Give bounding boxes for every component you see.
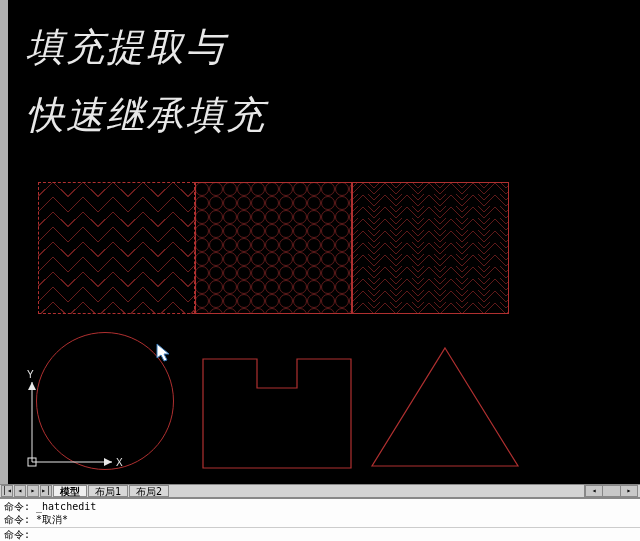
command-log-line: 命令: *取消* [4,513,636,526]
hatch-sample-2[interactable] [195,182,352,314]
canvas-text-line2: 快速继承填充 [26,90,266,141]
ucs-x-label: X [116,457,123,468]
tab-layout2[interactable]: 布局2 [129,485,169,497]
command-log: 命令: _hatchedit 命令: *取消* [0,498,640,527]
drawing-canvas[interactable]: 填充提取与 快速继承填充 [0,0,640,484]
tab-nav-first[interactable]: |◂ [1,485,13,497]
tab-hscroll-left[interactable]: ◂ [585,486,602,496]
ucs-y-label: Y [27,370,34,380]
shape-triangle[interactable] [370,346,520,470]
svg-marker-5 [104,458,112,466]
command-input[interactable] [30,529,640,540]
canvas-text-line1: 填充提取与 [26,22,226,73]
hatch-sample-row [38,182,509,314]
command-prompt: 命令: [4,528,30,542]
hatch-sample-3[interactable] [352,182,509,314]
hatch-sample-1[interactable] [38,182,195,314]
tab-nav-prev[interactable]: ◂ [14,485,26,497]
ucs-icon: X Y [24,370,124,470]
layout-tab-strip: |◂ ◂ ▸ ▸| 模型 布局1 布局2 ◂ ▸ [0,484,640,498]
command-log-line: 命令: _hatchedit [4,500,636,513]
shape-notched-rect[interactable] [202,358,352,470]
tab-hscroll[interactable]: ◂ ▸ [584,485,638,497]
tab-layout1[interactable]: 布局1 [88,485,128,497]
tab-model[interactable]: 模型 [53,485,87,497]
tab-nav-next[interactable]: ▸ [27,485,39,497]
tab-hscroll-right[interactable]: ▸ [620,486,637,496]
tab-nav-last[interactable]: ▸| [40,485,52,497]
command-line[interactable]: 命令: [0,527,640,541]
tab-hscroll-track[interactable] [602,486,619,496]
svg-marker-7 [28,382,36,390]
